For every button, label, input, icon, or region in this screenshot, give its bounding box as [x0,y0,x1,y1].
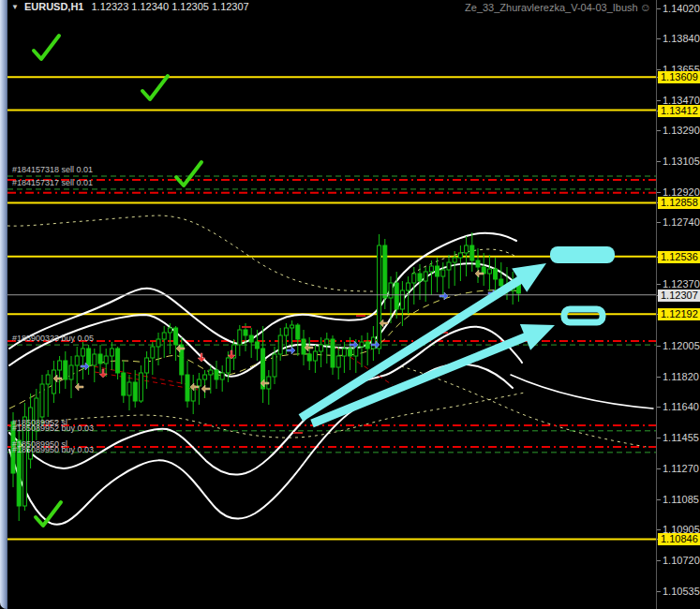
candle-body [325,339,329,345]
stoploss-tick-marker [293,432,303,434]
candle-body [336,356,340,367]
exit-arrow-marker [201,385,210,393]
candle-body [238,330,242,345]
candle-body [209,370,213,375]
candle-body [499,279,503,286]
candle-body [278,335,282,354]
symbol-period-label: EURUSD,H1 [24,1,84,12]
candle-body [407,283,410,290]
candle-body [174,328,178,345]
candle-body [284,328,288,335]
smiley-icon: ☺ [640,1,651,14]
candle-body [447,262,451,270]
order-label-position: #184157318 sell 0.01 [12,165,93,174]
candle-body [424,272,427,281]
axis-price-label: 1.11085 [663,494,699,506]
axis-price-label: 1.13290 [663,125,700,137]
candle-body [395,283,398,309]
bollinger-band-lines [9,233,653,525]
candle-body [75,356,79,365]
dotted-band-line [7,215,380,291]
candle-body [133,382,137,401]
exit-arrow-marker [75,383,83,391]
candle-body [290,325,294,328]
axis-price-label: 1.11640 [663,401,699,413]
candle-body [476,260,480,267]
candle-body [226,358,230,373]
chart-canvas[interactable] [0,0,700,609]
candle-body [307,354,311,361]
candle-body [197,379,201,386]
candlesticks [11,232,520,521]
horizontal-level-lines[interactable] [7,77,656,539]
candle-body [302,339,305,354]
dotted-band-line [401,366,647,447]
candle-body [320,345,323,351]
checkmark-annotation[interactable] [176,162,201,186]
candle-body [383,245,387,298]
candle-body [342,349,346,356]
candle-body [203,375,207,379]
axis-level-price-label: 1.13609 [658,71,700,83]
chart-title-bar: ▼EURUSD,H11.12323 1.12340 1.12305 1.1230… [11,1,249,14]
axis-price-label: 1.13105 [663,156,700,168]
axis-tick-mark [657,438,661,438]
candle-body [465,245,469,253]
symbol-dropdown-icon[interactable]: ▼ [11,3,19,11]
candle-body [93,354,97,365]
candle-body [296,325,300,339]
checkmark-annotation[interactable] [34,36,59,59]
candle-body [487,269,491,274]
axis-tick-mark [657,192,661,193]
axis-price-label: 1.10535 [663,586,700,598]
axis-tick-mark [657,468,661,469]
axis-level-price-label: 1.12536 [658,251,700,263]
axis-tick-mark [657,377,661,378]
order-label-position: #185900323 buy 0.05 [12,334,94,343]
order-label-position: #184157317 sell 0.01 [12,178,93,187]
candle-body [98,354,102,364]
target-rectangle-filled[interactable] [550,246,615,263]
order-label-position: #185089952 buy 0.03 [12,423,94,433]
candle-body [40,384,44,417]
candle-body [349,349,352,356]
white-band-line [511,375,653,408]
candle-body [331,339,335,367]
checkmark-annotation[interactable] [142,76,168,99]
price-axis[interactable]: 1.140201.138401.136551.136091.134701.134… [656,0,700,609]
candle-body [186,375,189,401]
axis-tick-mark [657,100,661,101]
outer-band-dotted-lines [7,215,647,447]
candle-body [52,370,55,394]
axis-price-label: 1.11820 [663,371,699,383]
candle-body [81,349,84,356]
candle-body [116,349,120,373]
axis-tick-mark [657,222,661,223]
candle-body [151,347,155,358]
candle-body [441,270,445,276]
candle-body [220,373,224,379]
axis-level-price-label: 1.12192 [658,308,700,320]
axis-tick-mark [657,407,661,408]
axis-tick-mark [657,284,661,285]
candle-body [215,370,218,379]
watermark-text: Ze_33_Zhuravlerezka_V-04-03_Ibush [465,2,638,13]
target-rectangle-outline[interactable] [564,309,603,322]
axis-price-label: 1.11270 [663,463,699,475]
candle-body [58,361,62,370]
axis-tick-mark [657,161,661,162]
axis-level-price-label: 1.10846 [658,533,700,545]
expert-watermark: Ze_33_Zhuravlerezka_V-04-03_Ibush☺ [465,1,651,14]
axis-tick-mark [657,499,661,500]
candle-body [244,330,247,335]
axis-level-price-label: 1.13412 [658,105,700,117]
axis-tick-mark [657,130,661,131]
candle-body [453,258,456,262]
axis-tick-mark [657,38,661,39]
axis-tick-mark [657,69,661,70]
candle-body [371,337,375,349]
candle-body [64,361,67,379]
candle-body [104,356,108,364]
candle-body [378,245,381,349]
candle-body [255,342,259,349]
